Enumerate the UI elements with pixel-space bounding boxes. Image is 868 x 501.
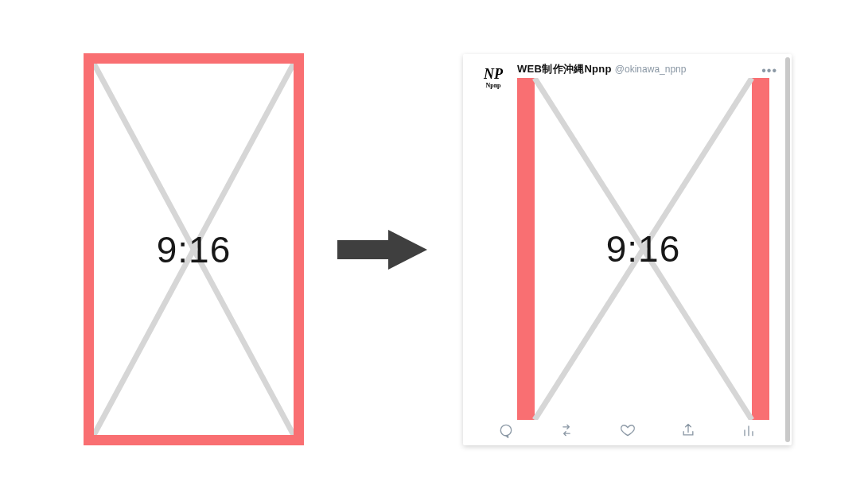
original-image-inner: 9:16 bbox=[94, 64, 294, 435]
share-icon[interactable] bbox=[680, 422, 696, 438]
aspect-ratio-label: 9:16 bbox=[94, 64, 294, 435]
svg-marker-2 bbox=[337, 230, 427, 270]
arrow-right-icon bbox=[337, 230, 427, 270]
tweet-card: NP Npnp WEB制作沖縄Npnp @okinawa_npnp ••• 9:… bbox=[463, 54, 792, 445]
handle[interactable]: @okinawa_npnp bbox=[615, 64, 687, 75]
tweet-actions bbox=[498, 421, 757, 439]
tweet-image[interactable]: 9:16 bbox=[517, 78, 769, 420]
tweet-names: WEB制作沖縄Npnp @okinawa_npnp bbox=[517, 62, 686, 76]
reply-icon[interactable] bbox=[498, 422, 514, 438]
aspect-ratio-label: 9:16 bbox=[517, 78, 769, 420]
diagram-stage: 9:16 NP Npnp WEB制作沖縄Npnp @okinawa_npnp •… bbox=[0, 0, 868, 501]
analytics-icon[interactable] bbox=[741, 422, 757, 438]
avatar-text-bottom: Npnp bbox=[485, 83, 500, 89]
more-icon[interactable]: ••• bbox=[761, 64, 777, 78]
retweet-icon[interactable] bbox=[559, 422, 574, 438]
original-9-16-image: 9:16 bbox=[84, 53, 304, 445]
tweet-image-inner: 9:16 bbox=[517, 78, 769, 420]
like-icon[interactable] bbox=[620, 422, 636, 438]
avatar[interactable]: NP Npnp bbox=[477, 62, 509, 94]
scrollbar-thumb[interactable] bbox=[785, 57, 790, 442]
avatar-text-top: NP bbox=[484, 67, 503, 81]
display-name[interactable]: WEB制作沖縄Npnp bbox=[517, 62, 612, 76]
